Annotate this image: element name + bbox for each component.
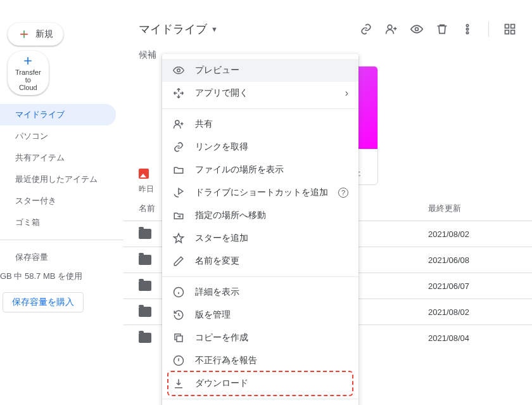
- svg-rect-8: [511, 30, 515, 34]
- card-sub: 昨日: [139, 184, 154, 195]
- svg-point-4: [466, 32, 468, 34]
- star-icon: [172, 232, 185, 245]
- svg-rect-7: [505, 30, 509, 34]
- new-button-label: 新規: [35, 29, 53, 40]
- folder-icon: [172, 164, 185, 176]
- suggestion-card-image-footer: [139, 169, 149, 179]
- svg-point-2: [466, 25, 468, 27]
- svg-rect-6: [511, 25, 515, 29]
- menu-report[interactable]: 不正行為を報告: [162, 349, 358, 372]
- sidebar-item-mydrive[interactable]: マイドライブ: [0, 104, 116, 125]
- sidebar-item-trash[interactable]: ゴミ箱: [0, 212, 116, 233]
- menu-versions[interactable]: 版を管理: [162, 304, 358, 326]
- menu-preview[interactable]: プレビュー: [162, 59, 358, 82]
- chevron-right-icon: ›: [345, 87, 348, 99]
- open-with-icon: [172, 87, 185, 100]
- sidebar: 新規 Transfer to Cloud マイドライブ パソコン 共有アイテム …: [0, 14, 124, 405]
- copy-icon: [172, 331, 185, 344]
- folder-icon: [139, 281, 151, 291]
- storage-info: GB 中 58.7 MB を使用: [0, 268, 124, 287]
- menu-add-star[interactable]: スターを追加: [162, 227, 358, 250]
- folder-icon: [139, 229, 151, 239]
- sidebar-item-storage[interactable]: 保存容量: [0, 247, 116, 268]
- menu-show-location[interactable]: ファイルの場所を表示: [162, 158, 358, 181]
- plus-icon: [18, 28, 30, 41]
- menu-rename[interactable]: 名前を変更: [162, 250, 358, 273]
- menu-get-link[interactable]: リンクを取得: [162, 136, 358, 158]
- history-icon: [172, 309, 185, 321]
- sidebar-item-starred[interactable]: スター付き: [0, 190, 116, 212]
- new-button[interactable]: 新規: [8, 23, 63, 46]
- svg-point-0: [388, 25, 392, 29]
- folder-icon: [139, 255, 151, 265]
- svg-point-10: [175, 120, 179, 124]
- link-icon: [172, 141, 185, 153]
- svg-rect-5: [505, 25, 509, 29]
- menu-copy[interactable]: コピーを作成: [162, 326, 358, 349]
- context-menu: プレビュー アプリで開く › 共有 リンクを取得 ファイルの場所を表示 ドライブ…: [162, 54, 358, 405]
- shortcut-icon: [172, 186, 185, 199]
- svg-point-9: [177, 69, 180, 72]
- menu-download[interactable]: ダウンロード: [162, 372, 358, 395]
- plus-icon: [22, 55, 34, 67]
- download-icon: [172, 377, 185, 390]
- dropdown-arrow-icon: ▼: [211, 25, 218, 33]
- buy-storage-button[interactable]: 保存容量を購入: [3, 292, 84, 312]
- trash-icon[interactable]: [435, 22, 449, 36]
- move-icon: [172, 209, 185, 222]
- menu-share[interactable]: 共有: [162, 113, 358, 136]
- more-icon[interactable]: [460, 22, 474, 36]
- image-icon: [139, 169, 149, 179]
- transfer-button[interactable]: Transfer to Cloud: [8, 51, 49, 95]
- folder-icon: [139, 333, 151, 343]
- topbar: [0, 0, 532, 14]
- sidebar-item-computers[interactable]: パソコン: [0, 125, 116, 147]
- pencil-icon: [172, 255, 185, 267]
- person-add-icon: [172, 118, 185, 131]
- page-title[interactable]: マイドライブ ▼: [139, 22, 359, 37]
- eye-icon[interactable]: [410, 22, 424, 36]
- person-add-icon[interactable]: [384, 22, 398, 36]
- info-icon: [172, 286, 185, 299]
- svg-rect-12: [177, 336, 182, 342]
- sidebar-item-shared[interactable]: 共有アイテム: [0, 147, 116, 169]
- svg-point-3: [466, 28, 468, 30]
- svg-point-1: [415, 28, 419, 31]
- sidebar-item-recent[interactable]: 最近使用したアイテム: [0, 169, 116, 190]
- warning-icon: [172, 354, 185, 367]
- folder-icon: [139, 307, 151, 317]
- menu-details[interactable]: 詳細を表示: [162, 281, 358, 304]
- column-updated[interactable]: 最終更新: [428, 203, 517, 214]
- menu-open-with[interactable]: アプリで開く ›: [162, 82, 358, 105]
- eye-icon: [172, 64, 185, 77]
- menu-move-to[interactable]: 指定の場所へ移動: [162, 204, 358, 227]
- grid-view-icon[interactable]: [503, 22, 517, 36]
- menu-add-shortcut[interactable]: ドライブにショートカットを追加 ?: [162, 181, 358, 204]
- help-icon[interactable]: ?: [338, 188, 348, 198]
- main-header: マイドライブ ▼: [124, 14, 532, 44]
- link-icon[interactable]: [359, 22, 373, 36]
